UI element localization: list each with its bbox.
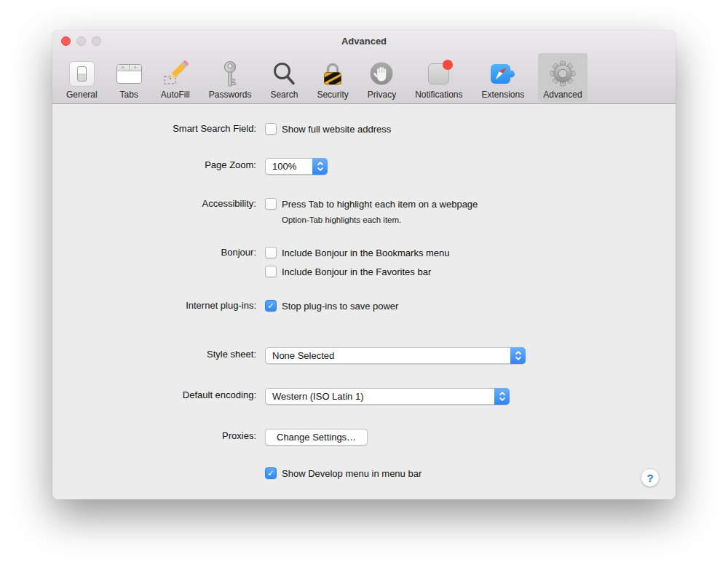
accessibility-row: Accessibility: Press Tab to highlight ea…	[52, 197, 676, 224]
tab-advanced[interactable]: Advanced	[538, 53, 587, 102]
bonjour-favorites-text: Include Bonjour in the Favorites bar	[282, 266, 431, 277]
traffic-lights	[61, 36, 101, 46]
window-title: Advanced	[52, 31, 676, 52]
notification-badge-icon	[428, 60, 449, 87]
page-zoom-value: 100%	[266, 161, 313, 172]
help-button[interactable]: ?	[641, 468, 660, 487]
default-encoding-row: Default encoding: Western (ISO Latin 1)	[52, 388, 676, 405]
tab-security[interactable]: Security	[312, 53, 353, 102]
show-full-address-text: Show full website address	[282, 124, 391, 135]
stepper-icon	[494, 388, 510, 405]
develop-menu-row: Show Develop menu in menu bar	[52, 466, 676, 480]
press-tab-checkbox[interactable]	[265, 198, 277, 210]
default-encoding-value: Western (ISO Latin 1)	[266, 391, 495, 402]
plugins-label: Internet plug-ins:	[52, 298, 256, 311]
stop-plugins-checkbox[interactable]	[265, 300, 277, 312]
gear-icon	[549, 60, 577, 87]
proxies-row: Proxies: Change Settings…	[52, 429, 676, 446]
bonjour-label: Bonjour:	[52, 245, 256, 258]
magnifier-icon	[272, 60, 296, 87]
advanced-pane: Smart Search Field: Show full website ad…	[52, 104, 676, 499]
window-chrome: Advanced General Tabs	[52, 31, 676, 104]
lock-icon	[320, 60, 345, 87]
default-encoding-select[interactable]: Western (ISO Latin 1)	[265, 388, 510, 405]
zoom-button[interactable]	[92, 36, 101, 46]
tab-autofill[interactable]: AutoFill	[156, 53, 195, 102]
press-tab-text: Press Tab to highlight each item on a we…	[282, 199, 478, 210]
tab-passwords[interactable]: Passwords	[204, 53, 257, 102]
style-sheet-label: Style sheet:	[52, 347, 256, 360]
smart-search-row: Smart Search Field: Show full website ad…	[52, 122, 676, 136]
close-button[interactable]	[61, 36, 71, 46]
change-settings-button[interactable]: Change Settings…	[265, 429, 368, 446]
tab-extensions[interactable]: Extensions	[477, 53, 530, 102]
style-sheet-select[interactable]: None Selected	[265, 347, 526, 364]
accessibility-note: Option-Tab highlights each item.	[282, 215, 478, 224]
bonjour-row: Bonjour: Include Bonjour in the Bookmark…	[52, 245, 676, 279]
key-icon	[222, 60, 238, 87]
bonjour-favorites-checkbox[interactable]	[265, 266, 277, 277]
tab-notifications[interactable]: Notifications	[410, 53, 467, 102]
tab-general[interactable]: General	[61, 53, 103, 102]
style-sheet-row: Style sheet: None Selected	[52, 347, 676, 364]
minimize-button[interactable]	[76, 36, 86, 46]
stop-plugins-text: Stop plug-ins to save power	[282, 301, 398, 312]
page-zoom-select[interactable]: 100%	[265, 158, 328, 175]
plugins-row: Internet plug-ins: Stop plug-ins to save…	[52, 298, 676, 313]
titlebar: Advanced	[52, 31, 676, 51]
style-sheet-value: None Selected	[266, 350, 511, 361]
smart-search-label: Smart Search Field:	[52, 122, 256, 134]
preferences-window: Advanced General Tabs	[52, 31, 676, 499]
pencil-icon	[162, 60, 189, 87]
show-develop-menu-checkbox[interactable]	[265, 467, 277, 479]
preferences-toolbar: General Tabs	[52, 51, 676, 104]
puzzle-compass-icon	[489, 60, 516, 87]
stepper-icon	[312, 158, 328, 175]
stepper-icon	[510, 347, 526, 364]
show-develop-menu-text: Show Develop menu in menu bar	[282, 468, 422, 479]
bonjour-bookmarks-checkbox[interactable]	[265, 247, 277, 258]
hand-icon	[369, 60, 394, 87]
light-switch-icon	[69, 60, 95, 87]
browser-window-icon	[116, 60, 142, 87]
tab-tabs[interactable]: Tabs	[111, 53, 147, 102]
proxies-label: Proxies:	[52, 429, 256, 441]
page-zoom-label: Page Zoom:	[52, 158, 256, 170]
bonjour-bookmarks-text: Include Bonjour in the Bookmarks menu	[282, 248, 450, 258]
show-full-address-checkbox[interactable]	[265, 123, 277, 135]
default-encoding-label: Default encoding:	[52, 388, 256, 400]
tab-privacy[interactable]: Privacy	[363, 53, 401, 102]
page-zoom-row: Page Zoom: 100%	[52, 158, 676, 175]
accessibility-label: Accessibility:	[52, 197, 256, 209]
tab-search[interactable]: Search	[265, 53, 303, 102]
